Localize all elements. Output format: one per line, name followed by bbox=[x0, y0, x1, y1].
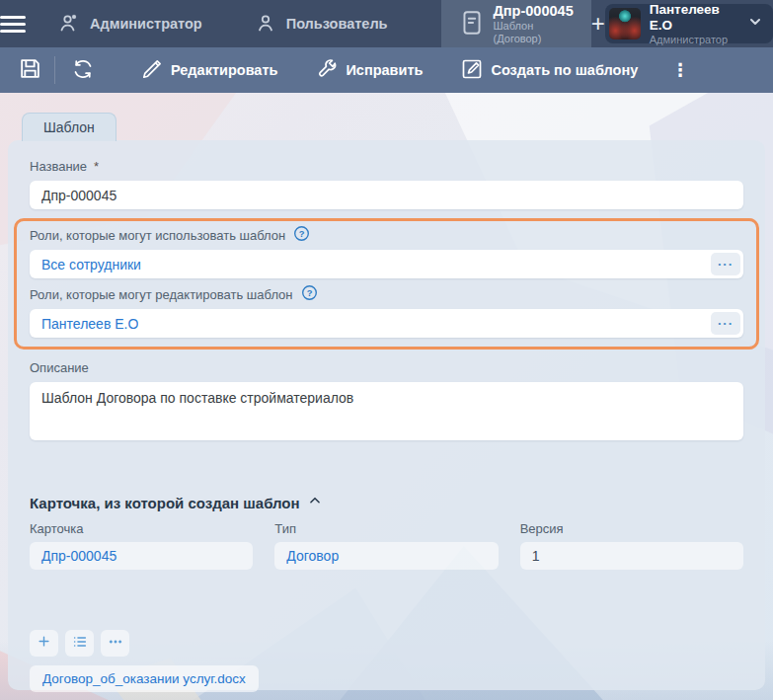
roles-edit-field[interactable]: Пантелеев Е.О ··· bbox=[30, 309, 743, 338]
hamburger-menu-button[interactable] bbox=[0, 0, 26, 47]
type-field-label: Тип bbox=[274, 520, 498, 538]
attachment-file-chip[interactable]: Договор_об_оказании услуг.docx bbox=[30, 665, 259, 692]
roles-edit-more-button[interactable]: ··· bbox=[711, 312, 740, 335]
chevron-up-icon bbox=[308, 494, 322, 511]
tab-document-active[interactable]: Дпр-000045 Шаблон (Договор) bbox=[441, 0, 591, 47]
list-icon bbox=[72, 634, 88, 654]
add-attachment-button[interactable] bbox=[30, 630, 58, 657]
card-section-title: Карточка, из которой создан шаблон bbox=[30, 495, 300, 511]
tab-label: Администратор bbox=[90, 16, 202, 32]
help-icon[interactable]: ? bbox=[301, 284, 318, 305]
version-field: 1 bbox=[520, 542, 743, 570]
fix-button-label: Исправить bbox=[346, 62, 423, 78]
tab-user[interactable]: Пользователь bbox=[228, 0, 414, 47]
roles-use-field[interactable]: Все сотрудники ··· bbox=[30, 250, 743, 278]
chevron-down-icon bbox=[747, 14, 763, 34]
roles-use-label: Роли, которые могут использовать шаблон bbox=[30, 227, 285, 245]
user-name: Пантелеев Е.О bbox=[650, 2, 733, 34]
card-field-label: Карточка bbox=[30, 520, 253, 538]
document-icon bbox=[459, 9, 485, 39]
ellipsis-icon bbox=[108, 634, 123, 654]
roles-edit-value: Пантелеев Е.О bbox=[41, 316, 138, 332]
person-icon bbox=[254, 11, 277, 38]
active-tab-title: Дпр-000045 bbox=[494, 3, 574, 20]
hamburger-icon bbox=[0, 12, 26, 37]
wrench-icon bbox=[315, 57, 339, 84]
card-fields-row: Карточка Дпр-000045 Тип Договор Версия 1 bbox=[30, 520, 743, 570]
svg-text:?: ? bbox=[299, 229, 305, 239]
help-icon[interactable]: ? bbox=[293, 225, 310, 246]
description-textarea[interactable]: Шаблон Договора по поставке стройматериа… bbox=[30, 382, 743, 440]
attachments-toolbar bbox=[30, 630, 743, 657]
toolbar-divider bbox=[54, 56, 55, 84]
type-link-field[interactable]: Договор bbox=[274, 542, 498, 570]
card-field-column: Версия 1 bbox=[520, 520, 743, 570]
attachment-more-button[interactable] bbox=[101, 630, 129, 657]
tab-label: Пользователь bbox=[286, 16, 388, 32]
roles-edit-label: Роли, которые могут редактировать шаблон bbox=[30, 286, 293, 304]
user-role: Администратор bbox=[650, 34, 733, 46]
name-label-text: Название bbox=[30, 159, 87, 174]
template-card-panel: Название* Роли, которые могут использова… bbox=[8, 140, 765, 690]
refresh-button[interactable] bbox=[59, 47, 107, 93]
user-menu[interactable]: Пантелеев Е.О Администратор bbox=[605, 4, 773, 43]
card-link-field[interactable]: Дпр-000045 bbox=[30, 542, 253, 570]
create-from-template-label: Создать по шаблону bbox=[491, 62, 638, 78]
card-field-column: Тип Договор bbox=[274, 520, 498, 570]
edit-square-icon bbox=[460, 57, 484, 84]
card-section-header[interactable]: Карточка, из которой создан шаблон bbox=[30, 494, 743, 511]
roles-use-value: Все сотрудники bbox=[41, 257, 141, 272]
new-tab-button[interactable]: + bbox=[591, 0, 605, 47]
toolbar-more-button[interactable]: ⋮ bbox=[657, 47, 703, 93]
tab-administrator[interactable]: Администратор bbox=[32, 0, 228, 47]
save-button[interactable] bbox=[6, 47, 54, 93]
refresh-icon bbox=[71, 57, 95, 84]
description-label: Описание bbox=[30, 359, 743, 377]
required-asterisk: * bbox=[94, 159, 99, 174]
tab-template[interactable]: Шаблон bbox=[22, 113, 116, 141]
name-field-label: Название* bbox=[30, 158, 743, 176]
fix-button[interactable]: Исправить bbox=[303, 47, 434, 93]
card-field-column: Карточка Дпр-000045 bbox=[30, 520, 253, 570]
user-avatar bbox=[609, 8, 641, 39]
roles-use-more-button[interactable]: ··· bbox=[711, 253, 740, 275]
edit-button[interactable]: Редактировать bbox=[128, 47, 289, 93]
edit-button-label: Редактировать bbox=[171, 62, 277, 78]
create-from-template-button[interactable]: Создать по шаблону bbox=[448, 47, 650, 93]
save-icon bbox=[18, 56, 42, 84]
name-input[interactable] bbox=[30, 181, 743, 209]
active-tab-subtitle: Шаблон (Договор) bbox=[494, 20, 574, 45]
roles-highlight-box: Роли, которые могут использовать шаблон … bbox=[14, 218, 759, 350]
pencil-icon bbox=[140, 57, 164, 84]
action-toolbar: Редактировать Исправить Создать по шабло… bbox=[0, 47, 773, 93]
version-field-label: Версия bbox=[520, 520, 743, 538]
top-bar: Администратор Пользователь Дпр-000045 Ша… bbox=[0, 0, 773, 47]
plus-icon bbox=[37, 634, 51, 653]
admin-person-icon bbox=[57, 11, 81, 38]
svg-text:?: ? bbox=[306, 288, 312, 298]
attachment-list-view-button[interactable] bbox=[65, 630, 94, 657]
